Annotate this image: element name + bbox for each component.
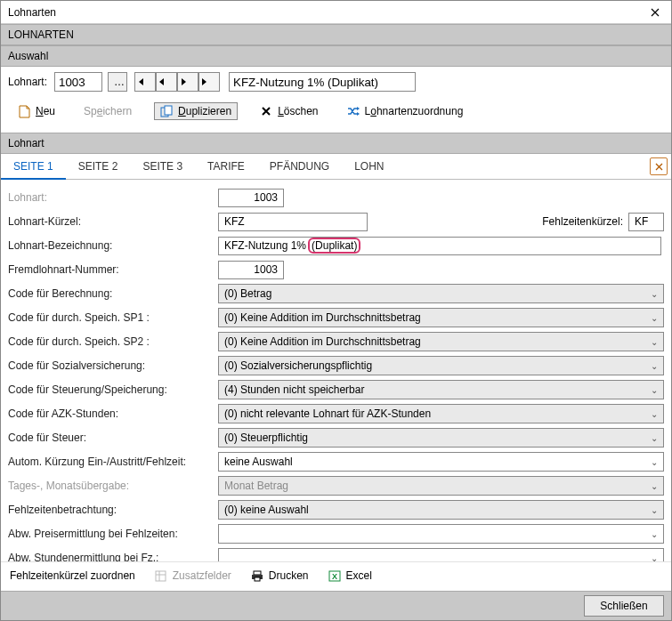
tab-lohn[interactable]: LOHN	[342, 155, 396, 178]
code-steuer-select[interactable]: (0) Steuerpflichtig⌄	[218, 428, 664, 448]
duplicate-icon	[160, 105, 173, 117]
chevron-down-icon: ⌄	[651, 409, 658, 419]
chevron-down-icon: ⌄	[651, 529, 658, 539]
tab-close-button[interactable]	[650, 157, 668, 175]
last-icon	[199, 77, 210, 86]
chevron-down-icon: ⌄	[651, 481, 658, 491]
svg-rect-1	[165, 106, 172, 115]
bez-input[interactable]: KFZ-Nutzung 1% (Duplikat)	[218, 237, 661, 255]
code-sv-select[interactable]: (0) Sozialversicherungspflichtig⌄	[218, 356, 664, 375]
fields-icon	[155, 569, 167, 582]
tab-pfaendung[interactable]: PFÄNDUNG	[257, 155, 342, 178]
fehlzeitbetr-select[interactable]: (0) keine Auswahl⌄	[218, 500, 664, 520]
code-steuer-label: Code für Steuer:	[8, 431, 218, 444]
chevron-down-icon: ⌄	[651, 457, 658, 467]
loeschen-button[interactable]: Löschen Löschen	[254, 102, 324, 120]
code-steuerung-label: Code für Steuerung/Speicherung:	[8, 383, 218, 396]
abw-preis-label: Abw. Preisermittlung bei Fehlzeiten:	[8, 528, 218, 540]
tab-seite1[interactable]: SEITE 1	[1, 155, 66, 180]
abw-stunden-select[interactable]: ⌄	[218, 548, 664, 561]
code-steuerung-select[interactable]: (4) Stunden nicht speicherbar⌄	[218, 380, 664, 399]
code-sp1-label: Code für durch. Speich. SP1 :	[8, 311, 218, 324]
zuordnung-button[interactable]: Lohnartenzuordnung Lohnartenzuordnung	[341, 102, 470, 120]
first-icon	[135, 77, 146, 86]
print-icon	[251, 569, 263, 582]
lohnart-input[interactable]	[218, 189, 284, 207]
next-icon	[178, 77, 189, 86]
close-icon	[655, 163, 663, 171]
code-berechnung-label: Code für Berechnung:	[8, 287, 218, 300]
bez-value-prefix: KFZ-Nutzung 1%	[224, 239, 306, 252]
code-berechnung-select[interactable]: (0) Betrag⌄	[218, 284, 664, 303]
section-header-auswahl: Auswahl	[1, 45, 671, 67]
code-sp2-select[interactable]: (0) Keine Addition im Durchschnittsbetra…	[218, 332, 664, 351]
prev-icon	[157, 77, 167, 86]
tagmonat-select: Monat Betrag⌄	[218, 476, 664, 496]
fremd-label: Fremdlohnart-Nummer:	[8, 263, 218, 276]
zusatzfelder-button: Zusatzfelder Zusatzfelder	[155, 569, 231, 582]
code-sv-label: Code für Sozialversicherung:	[8, 359, 218, 372]
svg-rect-3	[254, 571, 261, 575]
lohnart-label: Lohnart:	[8, 191, 218, 204]
fehlzeiten-zuordnen-button[interactable]: Fehlzeitenkürzel zuordnen Fehlzeitenkürz…	[10, 569, 135, 582]
nav-next-button[interactable]	[177, 72, 198, 92]
nav-prev-button[interactable]	[156, 72, 177, 92]
chevron-down-icon: ⌄	[651, 337, 658, 347]
fremd-input[interactable]	[218, 261, 284, 279]
schliessen-button[interactable]: Schließen Schließen	[584, 595, 664, 617]
tab-seite2[interactable]: SEITE 2	[66, 155, 131, 178]
section-header-lohnart: Lohnart	[1, 133, 671, 154]
delete-icon	[260, 105, 272, 117]
kuerzel-input[interactable]	[218, 213, 368, 231]
fehlzeitbetr-label: Fehlzeitenbetrachtung:	[8, 504, 218, 516]
neu-button[interactable]: NNeueu	[12, 102, 61, 120]
chevron-down-icon: ⌄	[651, 433, 658, 443]
lohnart-picker-button[interactable]: …	[108, 72, 127, 92]
abw-preis-select[interactable]: ⌄	[218, 524, 664, 544]
chevron-down-icon: ⌄	[651, 385, 658, 395]
duplizieren-button[interactable]: Duplizieren Duplizieren	[154, 102, 238, 120]
bez-label: Lohnart-Bezeichnung:	[8, 239, 218, 252]
code-azk-label: Code für AZK-Stunden:	[8, 407, 218, 420]
svg-rect-2	[156, 571, 166, 581]
chevron-down-icon: ⌄	[651, 505, 658, 515]
fehlzeitenkuerzel-input[interactable]	[628, 213, 664, 231]
fehlzeitenkuerzel-label: Fehlzeitenkürzel:	[542, 215, 623, 228]
excel-button[interactable]: X Excel Excel	[328, 569, 372, 582]
chevron-down-icon: ⌄	[651, 361, 658, 371]
chevron-down-icon: ⌄	[651, 313, 658, 323]
nav-first-button[interactable]	[134, 72, 156, 92]
svg-text:X: X	[332, 572, 337, 581]
tagmonat-label: Tages-, Monatsübergabe:	[8, 480, 218, 492]
window-close-button[interactable]	[639, 1, 671, 24]
speichern-label: Speichern	[84, 105, 132, 117]
bez-duplikat-highlight: (Duplikat)	[308, 238, 360, 254]
chevron-down-icon: ⌄	[651, 553, 658, 562]
speichern-button: Speichern Speichern	[77, 102, 138, 120]
code-sp1-select[interactable]: (0) Keine Addition im Durchschnittsbetra…	[218, 308, 664, 327]
titlebar: Lohnarten	[1, 1, 671, 24]
drucken-button[interactable]: Drucken Drucken	[251, 569, 309, 582]
code-azk-select[interactable]: (0) nicht relevante Lohnart für AZK-Stun…	[218, 404, 664, 423]
lohnart-desc-input[interactable]	[229, 72, 416, 92]
shuffle-icon	[347, 105, 360, 117]
svg-rect-5	[255, 577, 260, 581]
code-sp2-label: Code für durch. Speich. SP2 :	[8, 335, 218, 348]
lohnart-nav-label: Lohnart:	[8, 76, 47, 88]
tab-seite3[interactable]: SEITE 3	[130, 155, 195, 178]
kuerzung-label: Autom. Kürzung Ein-/Austritt/Fehlzeit:	[8, 456, 218, 468]
lohnart-code-input[interactable]	[54, 72, 102, 92]
tab-tarife[interactable]: TARIFE	[195, 155, 257, 178]
new-icon	[18, 105, 30, 117]
kuerzung-select[interactable]: keine Auswahl⌄	[218, 452, 664, 472]
close-icon	[651, 8, 660, 17]
nav-last-button[interactable]	[198, 72, 220, 92]
abw-stunden-label: Abw. Stundenermittlung bei Fz.:	[8, 552, 218, 561]
chevron-down-icon: ⌄	[651, 289, 658, 299]
excel-icon: X	[328, 569, 341, 582]
kuerzel-label: Lohnart-Kürzel:	[8, 215, 218, 228]
section-header-lohnarten: LOHNARTEN	[1, 24, 671, 45]
window-title: Lohnarten	[8, 6, 56, 19]
